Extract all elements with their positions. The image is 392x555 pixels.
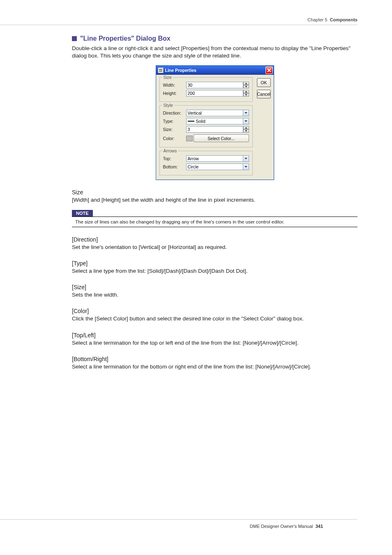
size-heading: Size <box>72 189 357 196</box>
header-rule <box>0 25 357 25</box>
line-properties-dialog: Line Properties Size Width <box>156 65 274 180</box>
ok-button[interactable]: OK <box>257 78 271 87</box>
chevron-down-icon <box>245 94 247 96</box>
size-legend: Size <box>162 75 173 80</box>
direction-label: Direction: <box>163 111 186 115</box>
arrows-legend: Arrows <box>162 148 178 153</box>
bottom-label: Bottom: <box>163 164 186 169</box>
arrows-group: Arrows Top: Arrow Bottom: <box>159 151 253 175</box>
top-label: Top: <box>163 156 186 161</box>
top-heading: [Top/Left] <box>72 332 357 339</box>
chevron-up-icon <box>245 83 247 84</box>
height-spinner[interactable] <box>243 90 249 97</box>
type-label: Type: <box>163 119 186 124</box>
chevron-down-icon <box>245 130 247 132</box>
page-footer: DME Designer Owner's Manual 341 <box>0 519 357 529</box>
dialog-title: Line Properties <box>165 68 196 73</box>
top-select[interactable]: Arrow <box>186 155 249 162</box>
footer-rule <box>0 519 357 520</box>
chevron-down-icon <box>244 120 247 122</box>
note-text: The size of lines can also be changed by… <box>72 217 357 227</box>
line-sample-icon <box>188 121 194 122</box>
style-size-spinner[interactable] <box>243 126 249 133</box>
style-group: Style Direction: Vertical Type: <box>159 105 253 147</box>
type-value: Solid <box>196 119 205 124</box>
bottom-select[interactable]: Circle <box>186 164 249 170</box>
color-heading: [Color] <box>72 308 357 314</box>
note-rule-bottom <box>72 227 357 227</box>
direction-text: Set the line's orientation to [Vertical]… <box>72 244 357 251</box>
chapter-label: Chapter 5 <box>307 17 327 22</box>
direction-select[interactable]: Vertical <box>186 110 249 116</box>
bottom-value: Circle <box>188 164 199 169</box>
close-button[interactable] <box>265 67 273 74</box>
app-icon <box>158 67 164 73</box>
style-legend: Style <box>162 103 174 108</box>
note-label: NOTE <box>72 210 93 216</box>
type-text: Select a line type from the list: [Solid… <box>72 267 357 275</box>
height-input[interactable] <box>186 90 243 97</box>
chevron-down-icon <box>244 166 247 168</box>
style-size-input[interactable] <box>186 126 243 133</box>
intro-text: Double-click a line or right-click it an… <box>72 45 357 60</box>
footer-label: DME Designer Owner's Manual <box>250 524 313 529</box>
width-label: Width: <box>163 83 186 88</box>
select-color-button[interactable]: Select Color... <box>194 134 249 142</box>
direction-value: Vertical <box>188 111 202 115</box>
top-text: Select a line termination for the top or… <box>72 339 357 347</box>
chevron-up-icon <box>245 91 247 92</box>
bottom-text: Select a line termination for the bottom… <box>72 363 357 371</box>
type-select[interactable]: Solid <box>186 118 249 124</box>
section-label: Components <box>330 17 357 22</box>
height-label: Height: <box>163 91 186 96</box>
bottom-heading: [Bottom/Right] <box>72 356 357 362</box>
chevron-down-icon <box>245 86 247 88</box>
ssize-heading: [Size] <box>72 284 357 290</box>
width-input[interactable] <box>186 82 243 88</box>
width-spinner[interactable] <box>243 82 249 88</box>
chevron-down-icon <box>244 112 247 114</box>
ssize-text: Sets the line width. <box>72 291 357 299</box>
cancel-button[interactable]: Cancel <box>257 90 271 99</box>
close-icon <box>267 68 271 72</box>
chevron-up-icon <box>245 127 247 129</box>
page-header: Chapter 5 Components <box>307 17 357 22</box>
page-number: 341 <box>316 524 323 529</box>
color-label: Color: <box>163 136 186 141</box>
section-title: "Line Properties" Dialog Box <box>80 35 171 42</box>
size-group: Size Width: <box>159 77 253 102</box>
top-value: Arrow <box>188 156 199 161</box>
color-swatch <box>186 136 193 141</box>
section-bullet-icon <box>72 36 77 41</box>
color-text: Click the [Select Color] button and sele… <box>72 315 357 322</box>
chevron-down-icon <box>244 158 247 159</box>
type-heading: [Type] <box>72 260 357 267</box>
dialog-titlebar: Line Properties <box>156 66 274 75</box>
direction-heading: [Direction] <box>72 236 357 243</box>
size-text: [Width] and [Height] set the width and h… <box>72 196 357 204</box>
style-size-label: Size: <box>163 127 186 132</box>
